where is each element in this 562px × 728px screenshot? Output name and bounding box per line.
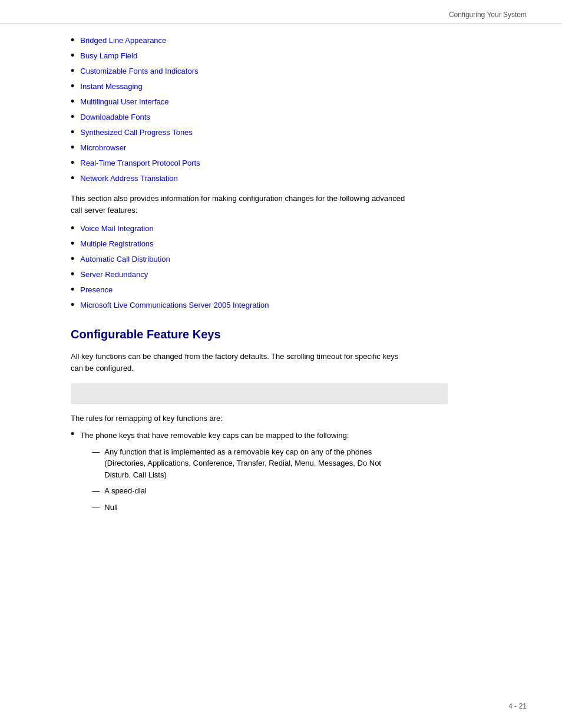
dash-list: —Any function that is implemented as a r… — [92, 446, 398, 513]
dash-text: Null — [104, 502, 117, 513]
list-item: •Voice Mail Integration — [71, 224, 527, 233]
list-item: •Synthesized Call Progress Tones — [71, 128, 527, 137]
list-link[interactable]: Automatic Call Distribution — [80, 255, 170, 263]
dash-item: —Null — [92, 502, 398, 513]
bullet-dot: • — [71, 173, 74, 183]
intro-text: All key functions can be changed from th… — [71, 351, 412, 374]
page-number: 4 - 21 — [508, 702, 527, 710]
list-link[interactable]: Customizable Fonts and Indicators — [80, 67, 198, 75]
bullet-dot: • — [71, 223, 74, 233]
page: Configuring Your System •Bridged Line Ap… — [0, 0, 562, 728]
list-item: •Presence — [71, 285, 527, 295]
bullet-dot: • — [71, 157, 74, 168]
list-item: •Customizable Fonts and Indicators — [71, 67, 527, 76]
list-link[interactable]: Multilingual User Interface — [80, 97, 168, 106]
bottom-bullet-list: •Voice Mail Integration•Multiple Registr… — [71, 224, 527, 310]
dash-symbol: — — [92, 446, 100, 458]
dash-symbol: — — [92, 485, 100, 497]
list-item: •Server Redundancy — [71, 270, 527, 279]
list-link[interactable]: Server Redundancy — [80, 270, 148, 279]
dash-item: —Any function that is implemented as a r… — [92, 446, 398, 481]
bullet-dot: • — [71, 81, 74, 91]
sub-item-text: The phone keys that have removable key c… — [80, 430, 398, 518]
list-item: •Busy Lamp Field — [71, 51, 527, 61]
list-link[interactable]: Instant Messaging — [80, 82, 143, 91]
list-item: •Multiple Registrations — [71, 239, 527, 249]
dash-symbol: — — [92, 502, 100, 513]
bullet-dot: • — [71, 299, 74, 310]
list-item: •Microsoft Live Communications Server 20… — [71, 301, 527, 310]
page-header: Configuring Your System — [0, 0, 562, 24]
sub-bullet-list: •The phone keys that have removable key … — [71, 430, 527, 518]
list-item: •Multilingual User Interface — [71, 97, 527, 107]
list-link[interactable]: Real-Time Transport Protocol Ports — [80, 159, 200, 167]
rules-text: The rules for remapping of key functions… — [71, 414, 527, 423]
list-link[interactable]: Busy Lamp Field — [80, 51, 137, 60]
bullet-dot: • — [71, 238, 74, 249]
dash-text: A speed-dial — [104, 485, 147, 497]
dash-item: —A speed-dial — [92, 485, 398, 497]
bullet-dot: • — [71, 142, 74, 153]
section-text: This section also provides information f… — [71, 193, 412, 216]
bullet-dot: • — [71, 96, 74, 107]
bullet-dot: • — [71, 269, 74, 279]
top-bullet-list: •Bridged Line Appearance•Busy Lamp Field… — [71, 36, 527, 183]
list-item: •Microbrowser — [71, 143, 527, 153]
bullet-dot: • — [71, 429, 74, 439]
list-item: •Downloadable Fonts — [71, 113, 527, 122]
list-item: •The phone keys that have removable key … — [71, 430, 527, 518]
bullet-dot: • — [71, 111, 74, 122]
list-link[interactable]: Downloadable Fonts — [80, 113, 150, 121]
list-link[interactable]: Voice Mail Integration — [80, 224, 153, 233]
list-link[interactable]: Microsoft Live Communications Server 200… — [80, 301, 269, 309]
bullet-dot: • — [71, 284, 74, 295]
list-item: •Real-Time Transport Protocol Ports — [71, 159, 527, 168]
gray-box — [71, 383, 448, 404]
list-link[interactable]: Network Address Translation — [80, 174, 177, 183]
list-link[interactable]: Multiple Registrations — [80, 239, 153, 248]
list-item: •Network Address Translation — [71, 174, 527, 183]
section-heading: Configurable Feature Keys — [71, 328, 527, 341]
list-link[interactable]: Bridged Line Appearance — [80, 36, 166, 45]
list-item: •Automatic Call Distribution — [71, 255, 527, 264]
bullet-dot: • — [71, 253, 74, 264]
bullet-dot: • — [71, 65, 74, 76]
list-link[interactable]: Microbrowser — [80, 143, 126, 152]
list-link[interactable]: Synthesized Call Progress Tones — [80, 128, 193, 137]
list-item: •Instant Messaging — [71, 82, 527, 91]
bullet-dot: • — [71, 127, 74, 137]
bullet-dot: • — [71, 35, 74, 45]
main-content: •Bridged Line Appearance•Busy Lamp Field… — [0, 24, 562, 547]
header-title: Configuring Your System — [449, 11, 527, 19]
bullet-dot: • — [71, 50, 74, 61]
list-link[interactable]: Presence — [80, 285, 113, 294]
dash-text: Any function that is implemented as a re… — [104, 446, 398, 481]
list-item: •Bridged Line Appearance — [71, 36, 527, 45]
